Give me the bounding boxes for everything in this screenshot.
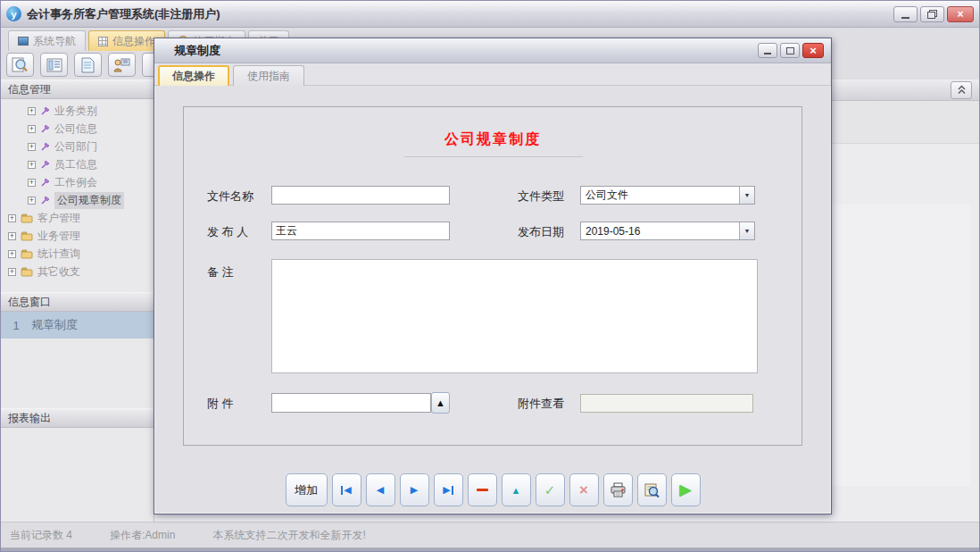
print-preview-icon <box>644 482 660 498</box>
expand-icon[interactable]: + <box>28 107 36 115</box>
expand-icon[interactable]: + <box>28 125 36 133</box>
file-type-select[interactable]: 公司文件 ▼ <box>580 186 755 205</box>
collapse-panel-button[interactable] <box>951 81 972 99</box>
expand-icon[interactable]: + <box>28 161 36 169</box>
close-icon: × <box>957 8 963 21</box>
expand-icon[interactable]: + <box>28 179 36 187</box>
heading-underline <box>404 156 583 157</box>
add-record-button[interactable]: 增加 <box>286 473 328 506</box>
expand-icon[interactable]: + <box>28 143 36 151</box>
expand-icon[interactable]: + <box>8 250 16 258</box>
sidebar: 信息管理 + 业务类别 + 公司信息 + <box>1 79 154 522</box>
save-record-button[interactable]: ✓ <box>536 473 565 506</box>
expand-icon[interactable]: + <box>8 268 16 276</box>
nav-tree: + 业务类别 + 公司信息 + 公司部门 + <box>1 99 154 280</box>
tree-item-company-rules[interactable]: + 公司规章制度 <box>1 191 154 209</box>
arrow-left-icon: ◀ <box>377 484 384 496</box>
form-view-button[interactable] <box>40 53 68 77</box>
dialog-tab-user-guide[interactable]: 使用指南 <box>233 65 304 86</box>
info-window-row-selected[interactable]: 1 规章制度 <box>1 312 154 339</box>
attachment-input[interactable] <box>271 393 431 413</box>
print-preview-button[interactable] <box>637 473 667 506</box>
document-button[interactable] <box>74 53 102 77</box>
chevron-down-icon[interactable]: ▼ <box>739 187 754 204</box>
tool-icon <box>40 160 50 170</box>
tool-icon <box>40 196 50 205</box>
chevron-down-icon[interactable]: ▼ <box>739 222 754 239</box>
execute-button[interactable]: ▶ <box>671 473 701 506</box>
cancel-record-button[interactable]: × <box>569 473 599 506</box>
attachment-upload-button[interactable]: ▲ <box>431 392 450 414</box>
remark-label: 备 注 <box>207 264 234 280</box>
info-window-header[interactable]: 信息窗口 <box>1 292 154 312</box>
tool-icon <box>40 124 50 134</box>
delete-record-button[interactable] <box>468 473 497 506</box>
publisher-input[interactable] <box>271 222 450 240</box>
publish-date-label: 发布日期 <box>518 224 564 240</box>
publish-date-value: 2019-05-16 <box>581 225 739 238</box>
tab-label: 信息操作 <box>112 34 155 49</box>
add-label: 增加 <box>295 482 318 498</box>
info-manage-header[interactable]: 信息管理 <box>1 79 154 99</box>
tree-label: 其它收支 <box>37 264 80 280</box>
rules-form-panel: 公司规章制度 文件名称 文件类型 公司文件 ▼ 发 布 人 发布日期 2019-… <box>183 106 802 446</box>
tree-item-business-category[interactable]: + 业务类别 <box>1 102 154 120</box>
tree-item-company-dept[interactable]: + 公司部门 <box>1 138 154 155</box>
person-report-icon <box>113 57 130 73</box>
report-output-header[interactable]: 报表输出 <box>1 408 154 428</box>
tab-system-nav[interactable]: 系统导航 <box>8 30 86 51</box>
attachment-view-input[interactable] <box>580 394 753 413</box>
tree-label: 公司部门 <box>54 139 97 155</box>
dialog-title: 规章制度 <box>174 43 220 59</box>
close-button[interactable]: × <box>947 6 974 22</box>
triangle-up-icon: ▲ <box>436 397 445 408</box>
expand-icon[interactable]: + <box>28 197 36 205</box>
close-icon: × <box>810 44 817 57</box>
tree-item-business-manage[interactable]: + 业务管理 <box>1 227 154 245</box>
record-count: 当前记录数 4 <box>10 528 72 543</box>
chevron-double-up-icon <box>957 85 967 95</box>
previous-record-button[interactable]: ◀ <box>366 473 395 506</box>
remark-textarea[interactable] <box>271 259 758 373</box>
minimize-button[interactable] <box>893 6 918 22</box>
tab-label: 信息操作 <box>172 69 215 84</box>
personnel-button[interactable] <box>108 53 136 77</box>
dialog-minimize-button[interactable] <box>758 43 777 58</box>
arrow-right-icon: ▶ <box>411 484 418 496</box>
dialog-titlebar[interactable]: 规章制度 × <box>154 38 831 63</box>
tree-item-work-meeting[interactable]: + 工作例会 <box>1 173 154 191</box>
next-record-button[interactable]: ▶ <box>400 473 429 506</box>
check-icon: ✓ <box>544 482 556 498</box>
dialog-record-toolbar: 增加 ◀ ◀ ▶ ▶ ▲ ✓ × <box>154 473 831 506</box>
minus-icon <box>477 489 488 491</box>
search-button[interactable] <box>6 53 34 77</box>
tree-item-other-income[interactable]: + 其它收支 <box>1 263 154 280</box>
attachment-view-label: 附件查看 <box>518 396 564 412</box>
restore-button[interactable] <box>920 6 944 22</box>
tree-item-customer-manage[interactable]: + 客户管理 <box>1 209 154 227</box>
expand-icon[interactable]: + <box>8 232 16 240</box>
play-icon: ▶ <box>679 481 691 499</box>
triangle-up-icon: ▲ <box>511 485 521 496</box>
expand-icon[interactable]: + <box>8 214 16 222</box>
app-icon: y <box>6 6 21 21</box>
dialog-maximize-button[interactable] <box>780 43 800 58</box>
tool-icon <box>40 106 50 116</box>
folder-icon <box>21 249 33 259</box>
tree-item-employee-info[interactable]: + 员工信息 <box>1 155 154 173</box>
tree-item-company-info[interactable]: + 公司信息 <box>1 120 154 138</box>
publish-date-select[interactable]: 2019-05-16 ▼ <box>580 222 755 240</box>
last-record-button[interactable]: ▶ <box>434 473 463 506</box>
dialog-tab-info-operation[interactable]: 信息操作 <box>158 65 229 86</box>
edit-record-button[interactable]: ▲ <box>502 473 531 506</box>
first-record-button[interactable]: ◀ <box>332 473 361 506</box>
dialog-close-button[interactable]: × <box>802 43 824 58</box>
file-type-value: 公司文件 <box>581 188 739 203</box>
search-document-icon <box>12 57 29 73</box>
folder-icon <box>21 267 33 277</box>
print-button[interactable] <box>603 473 633 506</box>
file-name-input[interactable] <box>271 186 450 205</box>
tree-label: 公司信息 <box>54 121 97 137</box>
tree-label: 工作例会 <box>54 175 97 190</box>
tree-item-stat-query[interactable]: + 统计查询 <box>1 245 154 263</box>
